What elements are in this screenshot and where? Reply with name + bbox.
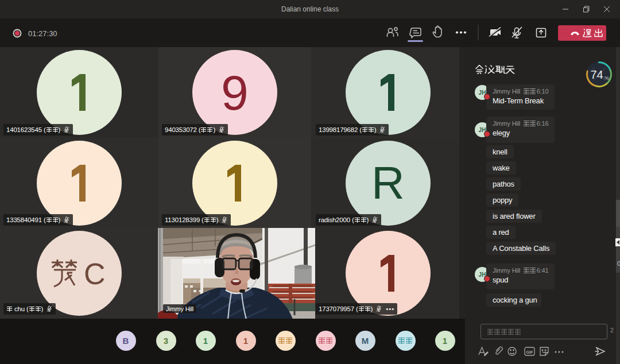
svg-text:C: C bbox=[84, 258, 106, 288]
svg-text:%: % bbox=[604, 75, 609, 81]
svg-text:GIF: GIF bbox=[526, 350, 533, 354]
svg-text:01:27:30: 01:27:30 bbox=[28, 29, 57, 38]
svg-text:74: 74 bbox=[591, 68, 603, 81]
